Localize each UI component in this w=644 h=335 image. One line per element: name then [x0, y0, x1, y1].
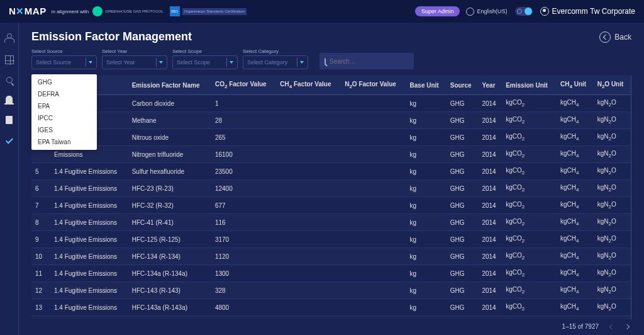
- back-arrow-icon[interactable]: [599, 31, 611, 43]
- table-row[interactable]: 61.4 Fugitive EmissionsHFC-23 (R-23)1240…: [31, 180, 631, 197]
- table-row[interactable]: 71.4 Fugitive EmissionsHFC-32 (R-32)677k…: [31, 197, 631, 214]
- cell: kg: [406, 112, 447, 129]
- nav-file-icon[interactable]: [6, 116, 13, 124]
- table-row[interactable]: EmissionsNitrogen trifluoride16100kgGHG2…: [31, 146, 631, 163]
- search-box[interactable]: [319, 53, 414, 69]
- cell: [276, 231, 341, 248]
- column-header[interactable]: CH4 Factor Value: [276, 76, 341, 95]
- table-row[interactable]: 131.4 Fugitive EmissionsHFC-143a (R-143a…: [31, 299, 631, 316]
- search-icon: [325, 58, 326, 65]
- filter-source-select[interactable]: Select Source: [31, 55, 97, 69]
- cell: kgCO2: [502, 95, 557, 112]
- cell: GHG: [447, 112, 479, 129]
- cell: kgCO2: [502, 248, 557, 265]
- nav-user-icon[interactable]: [4, 38, 14, 43]
- dropdown-item[interactable]: EPA Taiwan: [31, 136, 97, 148]
- nav-bell-icon[interactable]: [6, 96, 13, 103]
- nav-check-icon[interactable]: [6, 137, 13, 145]
- table-row[interactable]: EmissionsCarbon dioxide1kgGHG2014kgCO2kg…: [31, 95, 631, 112]
- cell: kgCO2: [502, 129, 557, 146]
- role-badge[interactable]: Super Admin: [415, 6, 460, 16]
- table-row[interactable]: 101.4 Fugitive EmissionsHFC-134 (R-134)1…: [31, 248, 631, 265]
- cell: 328: [211, 282, 276, 299]
- cell: kgCH4: [557, 231, 594, 248]
- table-row[interactable]: EmissionsMethane28kgGHG2014kgCO2kgCH4kgN…: [31, 112, 631, 129]
- back-link[interactable]: Back: [614, 33, 631, 42]
- cell: GHG: [447, 248, 479, 265]
- cell: GHG: [447, 163, 479, 180]
- theme-toggle[interactable]: [515, 7, 533, 16]
- cell: [341, 95, 406, 112]
- cell: HFC-143a (R-143a): [128, 299, 211, 316]
- table-row[interactable]: 51.4 Fugitive EmissionsSulfur hexafluori…: [31, 163, 631, 180]
- column-header[interactable]: Emission Unit: [502, 76, 557, 95]
- cell: kgCH4: [557, 95, 594, 112]
- cell: 4800: [211, 299, 276, 316]
- cell: 116: [211, 214, 276, 231]
- column-header[interactable]: Base Unit: [406, 76, 447, 95]
- cell: 23500: [211, 163, 276, 180]
- cell: kg: [406, 180, 447, 197]
- iso-text: Organization Standards Certification: [182, 8, 247, 15]
- chevron-down-icon: [159, 61, 163, 64]
- greenhouse-icon: [92, 6, 103, 16]
- dropdown-item[interactable]: IPCC: [31, 112, 97, 124]
- cell: kgCH4: [557, 129, 594, 146]
- cell: kgCO2: [502, 197, 557, 214]
- cell: [341, 265, 406, 282]
- language-select[interactable]: English(US): [477, 8, 507, 14]
- table-row[interactable]: 91.4 Fugitive EmissionsHFC-125 (R-125)31…: [31, 231, 631, 248]
- table-row[interactable]: 111.4 Fugitive EmissionsHFC-134a (R-134a…: [31, 265, 631, 282]
- filter-category-select[interactable]: Select Category: [243, 55, 308, 69]
- cell: Nitrous oxide: [128, 129, 211, 146]
- cell: GHG: [447, 214, 479, 231]
- filter-category-label: Select Category: [243, 48, 308, 54]
- cell: kg: [406, 197, 447, 214]
- dropdown-item[interactable]: EPA: [31, 100, 97, 112]
- column-header[interactable]: Emission Factor Name: [128, 76, 211, 95]
- chevron-down-icon: [300, 61, 304, 64]
- column-header[interactable]: CO2 Factor Value: [211, 76, 276, 95]
- cell: HFC-134 (R-134): [128, 248, 211, 265]
- cell: kg: [406, 163, 447, 180]
- cell: 9: [31, 231, 50, 248]
- nav-grid-icon[interactable]: [5, 55, 14, 64]
- column-header[interactable]: Source: [447, 76, 479, 95]
- cell: 2014: [478, 231, 502, 248]
- dropdown-item[interactable]: GHG: [31, 76, 97, 88]
- cell: Carbon dioxide: [128, 95, 211, 112]
- column-header[interactable]: N2O Unit: [594, 76, 631, 95]
- cell: kg: [406, 282, 447, 299]
- cell: 12400: [211, 180, 276, 197]
- cell: [276, 248, 341, 265]
- emission-factor-table: #CategoryEmission Factor NameCO2 Factor …: [31, 76, 631, 319]
- cell: [341, 231, 406, 248]
- cell: 1.4 Fugitive Emissions: [50, 180, 128, 197]
- cell: 1.4 Fugitive Emissions: [50, 214, 128, 231]
- cell: kgCO2: [502, 265, 557, 282]
- table-row[interactable]: EmissionsNitrous oxide265kgGHG2014kgCO2k…: [31, 129, 631, 146]
- table-row[interactable]: 81.4 Fugitive EmissionsHFC-41 (R-41)116k…: [31, 214, 631, 231]
- filter-year-select[interactable]: Select Year: [102, 55, 167, 69]
- cell: [276, 129, 341, 146]
- cell: 2014: [478, 180, 502, 197]
- pagination-prev-button[interactable]: [609, 324, 614, 329]
- filter-scope-label: Select Scope: [172, 48, 238, 54]
- column-header[interactable]: N2O Factor Value: [341, 76, 406, 95]
- table-scroll[interactable]: #CategoryEmission Factor NameCO2 Factor …: [31, 76, 631, 319]
- table-row[interactable]: 121.4 Fugitive EmissionsHFC-143 (R-143)3…: [31, 282, 631, 299]
- search-input[interactable]: [330, 58, 409, 65]
- cell: kg: [406, 214, 447, 231]
- column-header[interactable]: CH4 Unit: [557, 76, 594, 95]
- cell: kgN2O: [594, 112, 631, 129]
- dropdown-item[interactable]: IGES: [31, 124, 97, 136]
- nav-search-icon[interactable]: [6, 77, 13, 83]
- cell: [341, 129, 406, 146]
- column-header[interactable]: Year: [478, 76, 502, 95]
- source-dropdown: GHGDEFRAEPAIPCCIGESEPA Taiwan: [31, 74, 97, 150]
- filter-scope-select[interactable]: Select Scope: [172, 55, 238, 69]
- pagination-next-button[interactable]: [625, 324, 630, 329]
- dropdown-item[interactable]: DEFRA: [31, 88, 97, 100]
- cell: kgN2O: [594, 95, 631, 112]
- user-name[interactable]: Evercomm Tw Corporate: [552, 7, 636, 16]
